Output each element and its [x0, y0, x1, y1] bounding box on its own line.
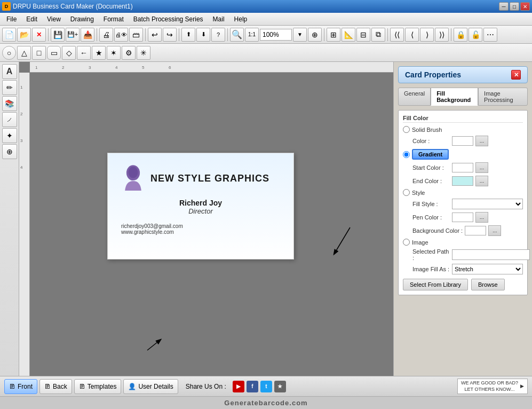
- menu-mail[interactable]: Mail: [209, 14, 229, 24]
- image-fill-row: Image Fill As : Stretch Tile Center: [412, 264, 523, 274]
- end-color-swatch: [452, 176, 473, 186]
- nav4-button[interactable]: ⟩⟩: [435, 28, 449, 42]
- nav2-button[interactable]: ⟨: [405, 28, 419, 42]
- pen-color-button[interactable]: …: [475, 212, 488, 223]
- menu-file[interactable]: File: [2, 14, 21, 24]
- menu-help[interactable]: Help: [230, 14, 252, 24]
- solid-brush-radio[interactable]: [403, 126, 410, 133]
- selected-path-input[interactable]: [452, 249, 530, 260]
- circle-shape[interactable]: ○: [2, 46, 16, 60]
- tab-general[interactable]: General: [398, 88, 431, 106]
- star5-shape[interactable]: ★: [92, 46, 106, 60]
- tab-image-processing[interactable]: Image Processing: [478, 88, 528, 106]
- color-picker-button[interactable]: …: [475, 136, 488, 146]
- svg-text:2: 2: [20, 112, 23, 116]
- burst-shape[interactable]: ✳: [137, 46, 150, 60]
- end-color-button[interactable]: …: [475, 176, 488, 186]
- menu-edit[interactable]: Edit: [22, 14, 42, 24]
- export2-button[interactable]: ⬇: [196, 28, 210, 42]
- right-panel: Card Properties ✕ General Fill Backgroun…: [393, 62, 532, 376]
- open-button[interactable]: 📂: [17, 28, 31, 42]
- menu-view[interactable]: View: [43, 14, 65, 24]
- draw-tool[interactable]: ✏: [2, 80, 17, 95]
- zoom-out-button[interactable]: 🔍: [230, 28, 244, 42]
- image-radio[interactable]: [403, 239, 410, 246]
- lock2-button[interactable]: 🔓: [469, 28, 482, 42]
- select-from-library-button[interactable]: Select From Library: [403, 279, 468, 290]
- shape-tool[interactable]: ✦: [2, 128, 17, 143]
- minimize-button[interactable]: ─: [499, 2, 509, 11]
- menu-batch[interactable]: Batch Processing Series: [129, 14, 208, 24]
- rating-area[interactable]: WE ARE GOOD OR BAD?LET OTHERS KNOW... ▶: [457, 379, 528, 394]
- line-tool[interactable]: ⟋: [2, 112, 17, 127]
- arrow-left-shape[interactable]: ←: [77, 46, 91, 60]
- menu-format[interactable]: Format: [99, 14, 128, 24]
- print-button[interactable]: 🖨: [99, 28, 113, 42]
- zoom-100-button[interactable]: 1:1: [245, 28, 259, 42]
- social-icon-2[interactable]: f: [247, 381, 258, 392]
- align-button[interactable]: ⊟: [356, 28, 370, 42]
- bg-color-row: Background Color : …: [412, 225, 523, 236]
- zoom-plus-button[interactable]: ⊕: [308, 28, 322, 42]
- fill-style-select[interactable]: [452, 199, 523, 209]
- start-color-button[interactable]: …: [475, 162, 488, 173]
- close-button[interactable]: ✕: [520, 2, 530, 11]
- properties-close-button[interactable]: ✕: [511, 70, 521, 80]
- card-company-name: NEW STYLE GRAPHICS: [150, 173, 269, 184]
- social-icon-4[interactable]: ★: [274, 381, 286, 392]
- style-radio[interactable]: [403, 189, 410, 196]
- export-button[interactable]: ⬆: [181, 28, 195, 42]
- close-doc-button[interactable]: ✕: [32, 28, 46, 42]
- save-as-button[interactable]: 💾+: [66, 28, 80, 42]
- diamond-shape[interactable]: ◇: [62, 46, 76, 60]
- templates-button[interactable]: 🖹 Templates: [74, 379, 122, 394]
- new-button[interactable]: 📄: [2, 28, 16, 42]
- print-preview-button[interactable]: 🖨👁: [114, 28, 128, 42]
- social-icons-area: ▶ f t ★: [233, 381, 286, 392]
- rounded-rect-shape[interactable]: ▭: [47, 46, 61, 60]
- nav3-button[interactable]: ⟩: [420, 28, 434, 42]
- triangle-shape[interactable]: △: [17, 46, 31, 60]
- maximize-button[interactable]: □: [510, 2, 519, 11]
- import-button[interactable]: 📥: [81, 28, 94, 42]
- social-icon-1[interactable]: ▶: [233, 381, 244, 392]
- bg-color-button[interactable]: …: [488, 225, 501, 236]
- back-label: Back: [53, 383, 67, 390]
- canvas-area: 1 2 3 4 5 6 1 2 3 4: [19, 62, 393, 376]
- social-icon-3[interactable]: t: [260, 381, 272, 392]
- image-fill-select[interactable]: Stretch Tile Center: [452, 264, 523, 274]
- text-tool[interactable]: A: [2, 64, 17, 79]
- grid-button[interactable]: ⊞: [327, 28, 340, 42]
- menu-drawing[interactable]: Drawing: [66, 14, 98, 24]
- svg-text:4: 4: [115, 65, 118, 70]
- style-label: Style: [412, 190, 425, 196]
- rect-shape[interactable]: □: [32, 46, 46, 60]
- front-icon: 🖹: [9, 383, 15, 390]
- back-button[interactable]: 🖹 Back: [39, 379, 72, 394]
- star6-shape[interactable]: ✶: [107, 46, 121, 60]
- redo-button[interactable]: ↪: [163, 28, 177, 42]
- zoom-dropdown-button[interactable]: ▼: [293, 28, 307, 42]
- help-btn[interactable]: ?: [211, 28, 225, 42]
- pen-color-label: Pen Color :: [412, 214, 450, 221]
- nav1-button[interactable]: ⟨⟨: [390, 28, 404, 42]
- user-details-icon: 👤: [128, 383, 136, 390]
- save-button[interactable]: 💾: [51, 28, 65, 42]
- zoom-input[interactable]: 100%: [260, 29, 292, 41]
- gradient-radio[interactable]: [403, 151, 410, 158]
- library-tool[interactable]: 📚: [2, 96, 17, 111]
- gear-shape[interactable]: ⚙: [122, 46, 136, 60]
- special-tool[interactable]: ⊕: [2, 144, 17, 159]
- lock1-button[interactable]: 🔒: [454, 28, 467, 42]
- app-icon: D: [2, 2, 11, 11]
- ruler-button[interactable]: 📐: [342, 28, 355, 42]
- front-button[interactable]: 🖹 Front: [4, 379, 37, 394]
- browse-button[interactable]: Browse: [471, 279, 505, 290]
- database-button[interactable]: 🗃: [129, 28, 143, 42]
- undo-button[interactable]: ↩: [148, 28, 162, 42]
- fill-style-label: Fill Style :: [412, 201, 450, 207]
- more-button[interactable]: ⋯: [483, 28, 497, 42]
- user-details-button[interactable]: 👤 User Details: [123, 379, 178, 394]
- tab-fill-background[interactable]: Fill Background: [431, 88, 478, 106]
- arrange-button[interactable]: ⧉: [371, 28, 385, 42]
